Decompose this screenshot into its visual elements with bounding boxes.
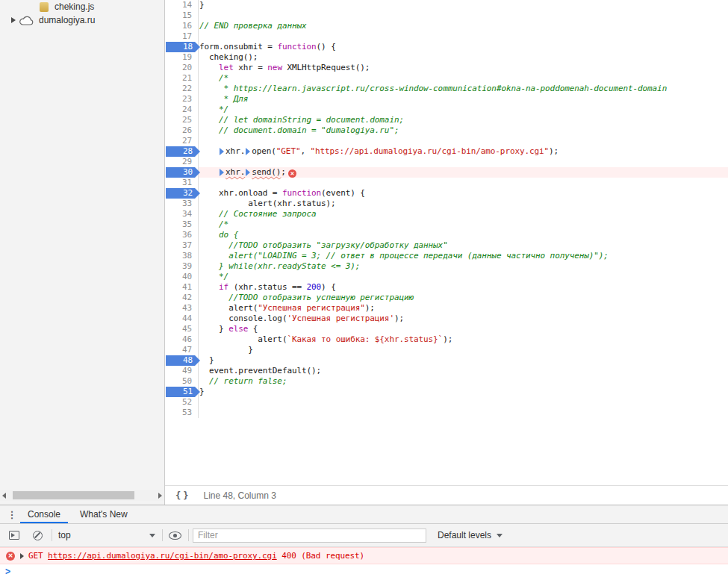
- line-number-gutter[interactable]: 20: [165, 63, 199, 73]
- breakpoint-badge[interactable]: 30: [166, 167, 200, 178]
- line-number-gutter[interactable]: 52: [165, 397, 199, 408]
- code-line-content[interactable]: alert(xhr.status);: [199, 199, 728, 209]
- code-line-content[interactable]: [199, 10, 728, 21]
- code-line-content[interactable]: alert(`Какая то ошибка: ${xhr.status}`);: [199, 334, 728, 345]
- line-number-gutter[interactable]: 24: [165, 105, 199, 115]
- breakpoint-badge[interactable]: 51: [166, 387, 200, 397]
- line-number-gutter[interactable]: 17: [165, 31, 199, 42]
- line-number-gutter[interactable]: 18: [165, 42, 199, 52]
- line-number-gutter[interactable]: 43: [165, 303, 199, 314]
- line-number-gutter[interactable]: 31: [165, 178, 199, 188]
- code-line-content[interactable]: alert("Успешная регистрация");: [199, 303, 728, 314]
- clear-console-icon[interactable]: [33, 531, 43, 540]
- line-number-gutter[interactable]: 48: [165, 355, 199, 366]
- tab-console[interactable]: Console: [18, 505, 70, 523]
- code-line-content[interactable]: // Состояние запроса: [199, 209, 728, 219]
- live-expression-eye-icon[interactable]: [169, 531, 181, 540]
- code-line-content[interactable]: [199, 157, 728, 167]
- line-number-gutter[interactable]: 39: [165, 261, 199, 272]
- scrollbar-right-arrow-icon[interactable]: [158, 493, 162, 499]
- pretty-print-icon[interactable]: {}: [175, 490, 190, 501]
- code-line-content[interactable]: }: [199, 0, 728, 10]
- code-line-content[interactable]: do {: [199, 230, 728, 240]
- line-number-gutter[interactable]: 23: [165, 94, 199, 105]
- javascript-context-selector[interactable]: top: [58, 530, 155, 540]
- code-line-content[interactable]: }: [199, 355, 728, 366]
- breakpoint-badge[interactable]: 32: [166, 188, 200, 199]
- scrollbar-left-arrow-icon[interactable]: [2, 493, 6, 499]
- line-number-gutter[interactable]: 19: [165, 52, 199, 63]
- code-line-content[interactable]: form.onsubmit = function() {: [199, 42, 728, 52]
- console-prompt[interactable]: >: [0, 564, 728, 579]
- code-line-content[interactable]: }: [199, 387, 728, 397]
- line-number-gutter[interactable]: 15: [165, 10, 199, 21]
- code-line-content[interactable]: [199, 397, 728, 408]
- code-line-content[interactable]: console.log('Успешная регистрация');: [199, 314, 728, 324]
- line-number-gutter[interactable]: 35: [165, 219, 199, 230]
- line-number-gutter[interactable]: 34: [165, 209, 199, 219]
- code-line-content[interactable]: //TODO отобразить "загрузку/обработку да…: [199, 240, 728, 251]
- code-line-content[interactable]: [199, 136, 728, 146]
- code-line-content[interactable]: alert("LOADING = 3; // ответ в процессе …: [199, 251, 728, 261]
- tab-what-s-new[interactable]: What's New: [70, 505, 137, 523]
- code-line-content[interactable]: let xhr = new XMLHttpRequest();: [199, 63, 728, 73]
- code-line-content[interactable]: [199, 178, 728, 188]
- inline-breakpoint-icon[interactable]: [220, 169, 224, 176]
- code-line-content[interactable]: // document.domain = "dumalogiya.ru";: [199, 125, 728, 136]
- line-number-gutter[interactable]: 47: [165, 345, 199, 355]
- line-number-gutter[interactable]: 33: [165, 199, 199, 209]
- code-line-content[interactable]: //TODO отобразить успешную регистрацию: [199, 293, 728, 303]
- line-number-gutter[interactable]: 45: [165, 324, 199, 334]
- line-number-gutter[interactable]: 14: [165, 0, 199, 10]
- line-number-gutter[interactable]: 21: [165, 73, 199, 84]
- code-line-content[interactable]: * Для: [199, 94, 728, 105]
- code-line-content[interactable]: event.preventDefault();: [199, 366, 728, 376]
- code-line-content[interactable]: // END проверка данных: [199, 21, 728, 31]
- console-sidebar-toggle-icon[interactable]: [9, 531, 19, 540]
- line-number-gutter[interactable]: 40: [165, 272, 199, 282]
- code-line-content[interactable]: // let domainString = document.domain;: [199, 115, 728, 125]
- code-line-content[interactable]: /*: [199, 219, 728, 230]
- inline-breakpoint-icon[interactable]: [246, 169, 250, 176]
- code-line-content[interactable]: // return false;: [199, 376, 728, 387]
- kebab-menu-icon[interactable]: ⋮: [6, 505, 18, 523]
- code-editor[interactable]: 14}1516// END проверка данных1718form.on…: [165, 0, 728, 485]
- code-line-content[interactable]: } while(xhr.readyState <= 3);: [199, 261, 728, 272]
- sidebar-horizontal-scrollbar[interactable]: [0, 490, 164, 501]
- line-number-gutter[interactable]: 38: [165, 251, 199, 261]
- code-line-content[interactable]: }: [199, 345, 728, 355]
- code-line-content[interactable]: [199, 408, 728, 418]
- tree-item[interactable]: cheking.js: [0, 0, 164, 13]
- log-levels-selector[interactable]: Default levels: [438, 530, 503, 540]
- line-number-gutter[interactable]: 27: [165, 136, 199, 146]
- line-number-gutter[interactable]: 37: [165, 240, 199, 251]
- request-url-link[interactable]: https://api.dumalogiya.ru/cgi-bin/amo-pr…: [48, 551, 277, 561]
- filter-input[interactable]: [193, 529, 426, 543]
- code-line-content[interactable]: * https://learn.javascript.ru/cross-wind…: [199, 84, 728, 94]
- line-number-gutter[interactable]: 44: [165, 314, 199, 324]
- code-line-content[interactable]: cheking();: [199, 52, 728, 63]
- breakpoint-badge[interactable]: 48: [166, 355, 200, 366]
- code-line-content[interactable]: */: [199, 105, 728, 115]
- line-number-gutter[interactable]: 29: [165, 157, 199, 167]
- line-number-gutter[interactable]: 28: [165, 146, 199, 157]
- code-line-content[interactable]: xhr.open("GET", "https://api.dumalogiya.…: [199, 146, 728, 157]
- expand-triangle-icon[interactable]: [20, 553, 24, 559]
- code-line-content[interactable]: xhr.send();✕: [199, 167, 728, 178]
- line-number-gutter[interactable]: 51: [165, 387, 199, 397]
- line-number-gutter[interactable]: 46: [165, 334, 199, 345]
- code-line-content[interactable]: [199, 31, 728, 42]
- line-number-gutter[interactable]: 30: [165, 167, 199, 178]
- code-line-content[interactable]: } else {: [199, 324, 728, 334]
- line-number-gutter[interactable]: 16: [165, 21, 199, 31]
- tree-item[interactable]: dumalogiya.ru: [0, 13, 164, 27]
- line-number-gutter[interactable]: 36: [165, 230, 199, 240]
- breakpoint-badge[interactable]: 28: [166, 146, 200, 157]
- line-number-gutter[interactable]: 22: [165, 84, 199, 94]
- inline-breakpoint-icon[interactable]: [220, 148, 224, 155]
- code-line-content[interactable]: */: [199, 272, 728, 282]
- expand-arrow-icon[interactable]: [11, 17, 16, 23]
- line-number-gutter[interactable]: 32: [165, 188, 199, 199]
- scrollbar-thumb[interactable]: [13, 491, 134, 499]
- code-line-content[interactable]: if (xhr.status == 200) {: [199, 282, 728, 293]
